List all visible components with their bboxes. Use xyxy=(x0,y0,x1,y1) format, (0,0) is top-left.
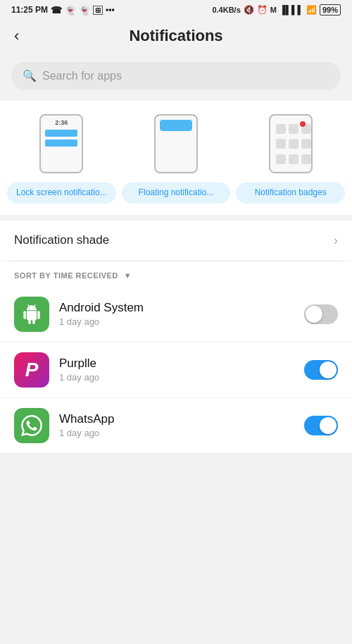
search-box[interactable]: 🔍 Search for apps xyxy=(11,62,341,89)
android-system-icon xyxy=(14,297,49,332)
whatsapp-time: 1 day ago xyxy=(59,428,294,438)
status-time: 11:25 PM ☎︎ 👻 👻 ⊞ ••• xyxy=(11,5,115,16)
android-system-name: Android System xyxy=(59,301,294,315)
lock-screen-icon: 2:36 xyxy=(33,112,89,175)
search-container: 🔍 Search for apps xyxy=(0,56,352,101)
sort-bar[interactable]: SORT BY TIME RECEIVED ▼ xyxy=(0,261,352,287)
badges-label: Notification badges xyxy=(236,182,345,204)
purplle-info: Purplle 1 day ago xyxy=(59,357,294,383)
status-icons: 0.4KB/s 🔇 ⏰ M ▐▌▌▌ 📶 99% xyxy=(212,4,341,16)
sort-dropdown-icon: ▼ xyxy=(124,271,132,280)
toggle-knob xyxy=(320,361,337,378)
purplle-time: 1 day ago xyxy=(59,372,294,383)
search-placeholder: Search for apps xyxy=(42,70,122,82)
purplle-name: Purplle xyxy=(59,357,294,371)
floating-label: Floating notificatio... xyxy=(122,182,231,204)
toggle-knob xyxy=(320,417,337,434)
android-system-time: 1 day ago xyxy=(59,316,294,327)
status-bar: 11:25 PM ☎︎ 👻 👻 ⊞ ••• 0.4KB/s 🔇 ⏰ M ▐▌▌▌… xyxy=(0,0,352,20)
whatsapp-info: WhatsApp 1 day ago xyxy=(59,412,294,438)
header: ‹ Notifications xyxy=(0,20,352,56)
app-list: Android System 1 day ago P Purplle 1 day… xyxy=(0,287,352,454)
whatsapp-icon xyxy=(14,408,49,443)
badges-icon xyxy=(263,112,319,175)
sort-label: SORT BY TIME RECEIVED xyxy=(14,271,118,280)
notification-shade-row[interactable]: Notification shade › xyxy=(0,221,352,261)
table-row: WhatsApp 1 day ago xyxy=(0,398,352,454)
whatsapp-name: WhatsApp xyxy=(59,412,294,426)
quick-options-container: 2:36 Lock screen notificatio... Floating… xyxy=(0,101,352,215)
lock-screen-label: Lock screen notificatio... xyxy=(7,182,116,204)
back-button[interactable]: ‹ xyxy=(14,27,19,45)
whatsapp-toggle[interactable] xyxy=(304,416,338,435)
lock-screen-option[interactable]: 2:36 Lock screen notificatio... xyxy=(7,112,116,204)
floating-icon xyxy=(148,112,204,175)
table-row: Android System 1 day ago xyxy=(0,287,352,342)
purplle-toggle[interactable] xyxy=(304,360,338,380)
chevron-right-icon: › xyxy=(334,233,338,248)
toggle-knob xyxy=(306,306,322,323)
page-title: Notifications xyxy=(129,27,222,45)
notification-shade-label: Notification shade xyxy=(14,233,109,247)
android-system-info: Android System 1 day ago xyxy=(59,301,294,327)
android-system-toggle[interactable] xyxy=(304,304,338,324)
table-row: P Purplle 1 day ago xyxy=(0,342,352,398)
badges-option[interactable]: Notification badges xyxy=(236,112,345,204)
search-icon: 🔍 xyxy=(23,69,37,82)
floating-option[interactable]: Floating notificatio... xyxy=(122,112,231,204)
purplle-icon: P xyxy=(14,352,49,388)
